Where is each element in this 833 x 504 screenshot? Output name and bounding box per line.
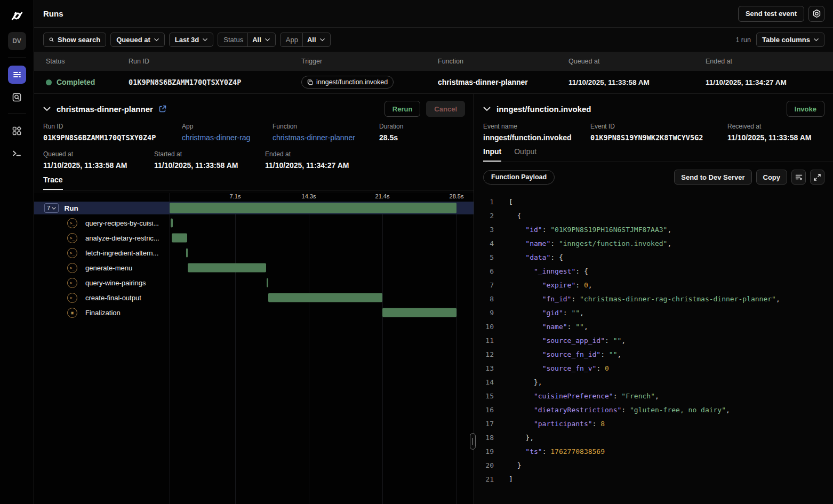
field-label: Received at	[727, 123, 812, 130]
trace-span-bar[interactable]	[188, 263, 266, 273]
sidebar-item-inspect[interactable]	[8, 88, 26, 106]
trace-row[interactable]: >_query-recipes-by-cuisi...	[34, 215, 474, 230]
filter-bar: Show search Queued at Last 3d Status All…	[34, 28, 833, 52]
status-cell: Completed	[46, 78, 129, 86]
code-line: 5 "data": {	[474, 251, 833, 265]
chevron-down-icon	[203, 37, 207, 42]
line-number: 16	[474, 403, 494, 417]
child-count-badge[interactable]: 7	[44, 203, 59, 213]
trace-row[interactable]: ▣Finalization	[34, 305, 474, 320]
sidebar-item-runs[interactable]	[8, 66, 26, 84]
table-row[interactable]: Completed 01K9PN8S6BZAMM170QTSXY0Z4P inn…	[34, 71, 833, 94]
collapse-chevron-icon[interactable]	[483, 107, 491, 111]
expand-icon	[814, 174, 821, 181]
send-to-dev-server-button[interactable]: Send to Dev Server	[674, 170, 751, 185]
code-line: 18 },	[474, 431, 833, 445]
code-line: 17 "participants": 8	[474, 417, 833, 431]
rerun-button[interactable]: Rerun	[385, 101, 421, 117]
line-number: 5	[474, 251, 494, 265]
field-value: 28.5s	[379, 133, 398, 142]
expand-button[interactable]	[810, 170, 824, 185]
trace-row[interactable]: >_generate-menu	[34, 260, 474, 275]
trace-step-name: Finalization	[85, 309, 121, 317]
tab-input[interactable]: Input	[483, 147, 501, 162]
chevron-down-icon	[52, 207, 56, 210]
panel-resize-handle[interactable]	[470, 433, 476, 450]
line-number: 14	[474, 375, 494, 389]
trace-span-bar[interactable]	[267, 278, 268, 287]
collapse-chevron-icon[interactable]	[43, 107, 51, 111]
function-link[interactable]: christmas-dinner-planner	[273, 133, 355, 142]
inngest-logo-icon[interactable]	[9, 7, 26, 25]
column-header-ended-at: Ended at	[706, 58, 833, 65]
copy-icon	[307, 79, 313, 85]
environment-badge[interactable]: DV	[8, 32, 26, 50]
show-search-button[interactable]: Show search	[43, 33, 106, 47]
word-wrap-button[interactable]	[791, 170, 806, 185]
line-number: 9	[474, 306, 494, 320]
trace-span-bar[interactable]	[268, 293, 382, 302]
external-link-icon[interactable]	[159, 105, 166, 113]
invoke-button[interactable]: Invoke	[787, 101, 824, 117]
run-count: 1 run	[735, 36, 751, 44]
axis-tick: 21.4s	[375, 193, 390, 199]
line-number: 20	[474, 459, 494, 473]
status-filter[interactable]: Status All	[218, 33, 275, 47]
runs-list-icon	[12, 70, 22, 79]
chevron-down-icon	[154, 37, 159, 42]
trace-span-bar[interactable]	[382, 308, 456, 317]
code-line: 1[	[474, 195, 833, 209]
step-run-icon: >_	[67, 233, 77, 243]
table-columns-button[interactable]: Table columns	[756, 33, 824, 47]
queued-at-filter[interactable]: Queued at	[110, 33, 165, 47]
show-search-label: Show search	[58, 36, 100, 44]
sidebar-item-dev-server[interactable]	[8, 144, 26, 162]
payload-json-editor[interactable]: 1[2 {3 "id": "01K9PN8S19PH16N6STJMF87AA3…	[474, 195, 833, 504]
event-title: inngest/function.invoked	[496, 105, 591, 114]
trace-span-bar[interactable]	[186, 249, 188, 258]
line-number: 3	[474, 223, 494, 237]
sidebar-divider	[8, 58, 26, 58]
app-filter-value: All	[307, 36, 316, 44]
trace-span-bar[interactable]	[171, 219, 173, 228]
runs-table-header: Status Run ID Trigger Function Queued at…	[34, 52, 833, 71]
send-test-event-button[interactable]: Send test event	[738, 6, 804, 22]
trigger-badge[interactable]: inngest/function.invoked	[301, 76, 394, 89]
trace-step-name: generate-menu	[85, 264, 132, 272]
axis-tick: 28.5s	[450, 193, 464, 199]
code-line: 2 {	[474, 209, 833, 223]
trace-span-bar[interactable]	[172, 234, 187, 243]
column-header-status: Status	[46, 58, 129, 65]
time-range-filter[interactable]: Last 3d	[169, 33, 214, 47]
sidebar-item-apps[interactable]	[8, 122, 26, 140]
app-filter[interactable]: App All	[280, 33, 331, 47]
code-line: 16 "dietaryRestrictions": "gluten-free, …	[474, 403, 833, 417]
trace-row[interactable]: >_query-wine-pairings	[34, 275, 474, 290]
step-run-icon: >_	[67, 293, 77, 303]
trace-row[interactable]: >_create-final-output	[34, 290, 474, 305]
step-run-icon: >_	[67, 278, 77, 288]
trace-row[interactable]: >_fetch-ingredient-altern...	[34, 245, 474, 260]
app-link[interactable]: christmas-dinner-rag	[182, 133, 250, 142]
field-label: Duration	[379, 123, 403, 130]
copy-button[interactable]: Copy	[756, 170, 788, 185]
axis-tick: 7.1s	[230, 193, 241, 199]
word-wrap-icon	[795, 174, 803, 180]
trace-root-bar[interactable]	[170, 203, 456, 213]
tab-output[interactable]: Output	[514, 147, 536, 162]
field-label: Run ID	[43, 123, 156, 130]
child-count: 7	[47, 205, 50, 211]
trace-step-name: analyze-dietary-restric...	[85, 234, 159, 242]
settings-button[interactable]	[808, 6, 824, 22]
cancel-button[interactable]: Cancel	[426, 101, 465, 117]
step-run-icon: >_	[67, 218, 77, 228]
field-ended-at: Ended at 11/10/2025, 11:34:27 AM	[265, 150, 349, 170]
finalization-icon: ▣	[67, 308, 77, 318]
trace-row[interactable]: >_analyze-dietary-restric...	[34, 230, 474, 245]
field-value: 01K9PN8S19YN9WK2K8TWCYV5G2	[590, 133, 703, 142]
tab-trace[interactable]: Trace	[43, 175, 63, 190]
trace-root-row[interactable]: 7 Run	[34, 202, 474, 214]
top-bar: Runs Send test event	[34, 0, 833, 28]
apps-grid-icon	[12, 126, 22, 136]
sidebar: DV	[0, 0, 34, 504]
